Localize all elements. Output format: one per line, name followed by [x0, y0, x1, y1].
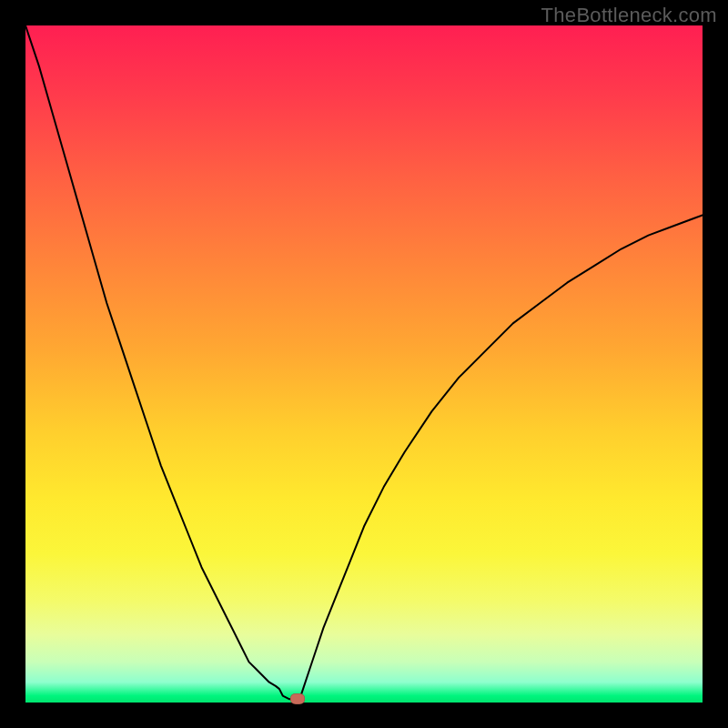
bottleneck-curve: [25, 25, 703, 699]
watermark-text: TheBottleneck.com: [541, 4, 717, 27]
plot-frame: [25, 25, 703, 703]
plot-svg: [25, 25, 703, 703]
optimum-marker: [290, 693, 305, 704]
